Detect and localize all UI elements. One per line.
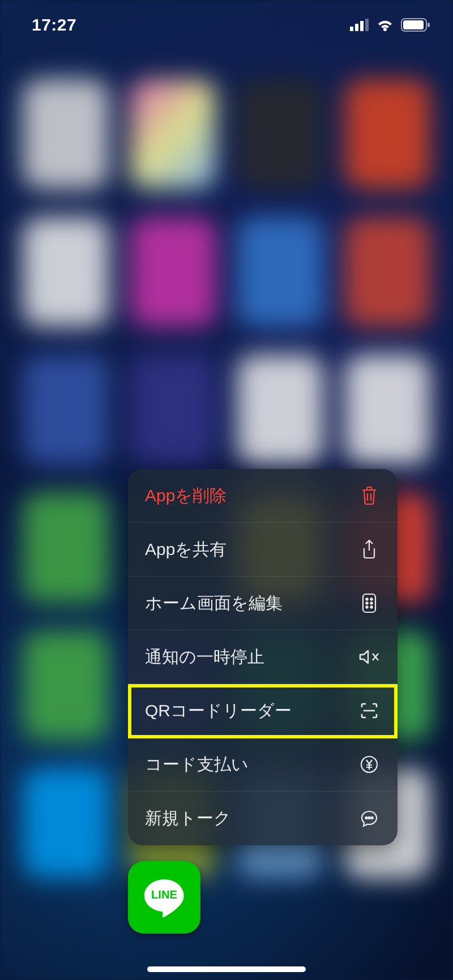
svg-rect-8	[363, 594, 375, 612]
svg-rect-3	[365, 19, 369, 31]
status-time: 17:27	[32, 15, 76, 35]
share-icon	[358, 539, 381, 560]
svg-point-16	[365, 816, 367, 818]
apps-icon	[358, 593, 381, 613]
menu-item-label: 新規トーク	[145, 807, 231, 830]
status-bar: 17:27	[0, 0, 453, 50]
svg-rect-6	[403, 20, 424, 29]
menu-item-new-talk[interactable]: 新規トーク	[128, 792, 398, 845]
svg-point-9	[366, 598, 367, 600]
mute-icon	[358, 648, 381, 665]
menu-item-pause-notifications[interactable]: 通知の一時停止	[128, 630, 398, 684]
menu-item-label: 通知の一時停止	[145, 646, 264, 669]
line-logo-icon: LINE	[139, 872, 189, 922]
status-indicators	[350, 18, 430, 32]
menu-item-qr-reader[interactable]: QRコードリーダー	[128, 684, 398, 738]
svg-rect-2	[360, 21, 364, 31]
svg-point-17	[368, 816, 370, 818]
svg-point-14	[370, 606, 372, 608]
menu-item-label: コード支払い	[145, 753, 249, 776]
svg-point-10	[370, 598, 372, 600]
svg-point-11	[366, 602, 367, 604]
menu-item-label: QRコードリーダー	[145, 699, 292, 723]
svg-point-12	[370, 602, 372, 604]
context-menu: Appを削除 Appを共有 ホーム画面を編集 通知の一時停止 QRコードリーダー…	[128, 469, 398, 845]
svg-rect-7	[428, 23, 430, 27]
svg-point-4	[383, 28, 386, 31]
yen-icon	[358, 755, 381, 773]
trash-icon	[358, 486, 381, 505]
menu-item-label: ホーム画面を編集	[145, 592, 283, 615]
svg-point-13	[366, 606, 367, 608]
menu-item-code-payment[interactable]: コード支払い	[128, 738, 398, 792]
svg-rect-1	[355, 24, 358, 31]
chat-icon	[358, 810, 381, 828]
line-app-icon[interactable]: LINE	[128, 861, 200, 934]
menu-item-share-app[interactable]: Appを共有	[128, 523, 398, 577]
svg-rect-0	[350, 27, 353, 31]
home-indicator[interactable]	[147, 966, 306, 972]
menu-item-label: Appを共有	[145, 538, 226, 561]
svg-text:LINE: LINE	[151, 888, 177, 901]
menu-item-edit-homescreen[interactable]: ホーム画面を編集	[128, 577, 398, 630]
cellular-icon	[350, 19, 369, 31]
wifi-icon	[376, 18, 394, 32]
menu-item-label: Appを削除	[145, 484, 226, 508]
scan-icon	[358, 702, 381, 719]
svg-point-18	[371, 816, 373, 818]
battery-icon	[401, 18, 430, 32]
menu-item-delete-app[interactable]: Appを削除	[128, 469, 398, 523]
